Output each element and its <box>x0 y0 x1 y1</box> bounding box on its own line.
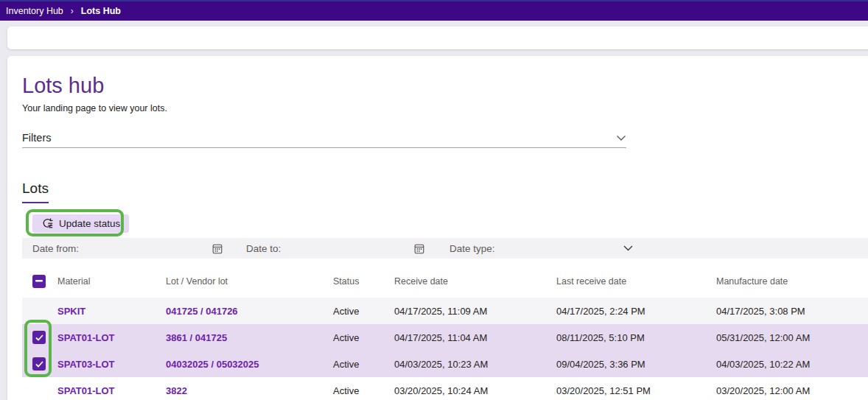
row-checkbox-checked[interactable] <box>32 331 46 344</box>
breadcrumb-chevron-icon: › <box>71 6 74 16</box>
page-title: Lots hub <box>22 74 104 98</box>
lots-section-heading: Lots <box>22 180 49 203</box>
update-status-icon <box>41 217 54 230</box>
top-navigation-bar: Inventory Hub › Lots Hub <box>0 0 868 21</box>
lots-table: Material Lot / Vendor lot Status Receive… <box>22 264 868 400</box>
receive-date-value: 04/17/2025, 11:04 AM <box>394 332 556 343</box>
manufacture-date-value: 05/31/2025, 12:00 AM <box>716 332 868 343</box>
column-header-material[interactable]: Material <box>57 276 166 287</box>
manufacture-date-value: 04/03/2025, 10:22 AM <box>716 359 868 370</box>
calendar-icon[interactable] <box>212 238 223 259</box>
date-type-dropdown[interactable]: Date type: <box>449 238 495 259</box>
row-checkbox[interactable] <box>32 304 46 317</box>
date-to-label: Date to: <box>246 243 281 254</box>
chevron-down-icon[interactable] <box>616 135 626 141</box>
update-status-button[interactable]: Update status <box>32 214 129 233</box>
table-row[interactable]: SPAT01-LOT 3861 / 041725 Active 04/17/20… <box>22 324 868 351</box>
main-content-card: Lots hub Your landing page to view your … <box>7 56 868 400</box>
breadcrumb-inventory-hub[interactable]: Inventory Hub <box>6 6 63 16</box>
column-header-receive-date[interactable]: Receive date <box>394 276 556 287</box>
material-link[interactable]: SPAT03-LOT <box>57 359 166 370</box>
date-to-field[interactable]: Date to: <box>246 238 281 259</box>
last-receive-date-value: 04/17/2025, 2:24 PM <box>556 306 716 317</box>
lot-link[interactable]: 3861 / 041725 <box>166 332 333 343</box>
last-receive-date-value: 08/11/2025, 5:10 PM <box>556 332 716 343</box>
lot-link[interactable]: 3822 <box>166 385 333 396</box>
date-from-label: Date from: <box>32 243 79 254</box>
material-link[interactable]: SPAT01-LOT <box>57 385 166 396</box>
page-subtitle: Your landing page to view your lots. <box>22 103 167 113</box>
date-type-label: Date type: <box>449 243 495 254</box>
row-checkbox[interactable] <box>32 384 46 397</box>
date-from-field[interactable]: Date from: <box>32 238 79 259</box>
status-value: Active <box>333 385 394 396</box>
manufacture-date-value: 03/20/2025, 12:00 AM <box>716 385 868 396</box>
status-value: Active <box>333 359 394 370</box>
last-receive-date-value: 03/20/2025, 12:51 PM <box>556 385 716 396</box>
column-header-lot[interactable]: Lot / Vendor lot <box>166 276 333 287</box>
row-checkbox-checked[interactable] <box>32 357 46 371</box>
last-receive-date-value: 09/04/2025, 3:36 PM <box>556 359 716 370</box>
receive-date-value: 04/03/2025, 10:23 AM <box>394 359 556 370</box>
table-header-row: Material Lot / Vendor lot Status Receive… <box>22 264 868 298</box>
lot-link[interactable]: 041725 / 041726 <box>166 306 333 317</box>
receive-date-value: 03/20/2025, 10:24 AM <box>394 385 556 396</box>
table-row[interactable]: SPAT01-LOT 3822 Active 03/20/2025, 10:24… <box>22 377 868 400</box>
table-row[interactable]: SPKIT 041725 / 041726 Active 04/17/2025,… <box>22 298 868 324</box>
column-header-status[interactable]: Status <box>333 276 394 287</box>
table-row[interactable]: SPAT03-LOT 04032025 / 05032025 Active 04… <box>22 351 868 377</box>
material-link[interactable]: SPKIT <box>57 306 166 317</box>
status-value: Active <box>333 306 394 317</box>
receive-date-value: 04/17/2025, 11:09 AM <box>394 306 556 317</box>
chevron-down-icon[interactable] <box>623 238 633 259</box>
status-value: Active <box>333 332 394 343</box>
filters-label: Filters <box>22 132 51 144</box>
select-all-checkbox[interactable] <box>32 275 46 288</box>
breadcrumb-lots-hub[interactable]: Lots Hub <box>81 6 121 16</box>
toolbar-strip <box>7 27 868 49</box>
filters-expander[interactable]: Filters <box>22 128 626 148</box>
column-header-last-receive-date[interactable]: Last receive date <box>556 276 716 287</box>
material-link[interactable]: SPAT01-LOT <box>57 332 166 343</box>
update-status-label: Update status <box>59 218 120 229</box>
column-header-manufacture-date[interactable]: Manufacture date <box>716 276 868 287</box>
manufacture-date-value: 04/17/2025, 3:08 PM <box>716 306 868 317</box>
date-filter-bar: Date from: Date to: Date type: <box>22 238 868 259</box>
calendar-icon[interactable] <box>414 238 424 259</box>
lot-link[interactable]: 04032025 / 05032025 <box>166 359 333 370</box>
